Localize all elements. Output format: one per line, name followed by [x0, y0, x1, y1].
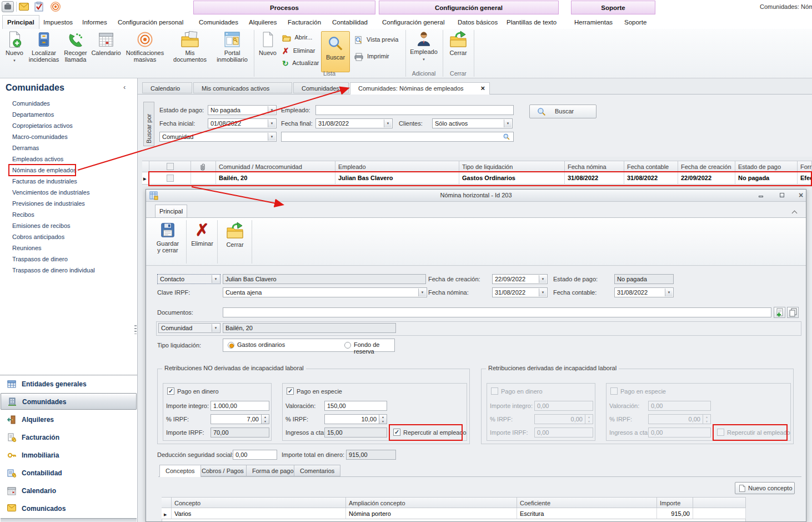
grid-header-fecha-nomina[interactable]: Fecha nómina — [565, 161, 624, 172]
clave-irpf-select[interactable]: Cuenta ajena ▼ — [223, 287, 427, 297]
chevron-down-icon[interactable]: ▼ — [539, 289, 547, 296]
close-tab-icon[interactable]: × — [480, 83, 485, 94]
tab-contabilidad[interactable]: Contabilidad — [328, 16, 372, 29]
tab-comentarios[interactable]: Comentarios — [294, 465, 340, 476]
sidebar-item-derramas[interactable]: Derramas — [0, 142, 137, 153]
chevron-down-icon[interactable]: ▼ — [418, 289, 426, 296]
tab-cobros-pagos[interactable]: Cobros / Pagos — [196, 465, 250, 476]
conceptos-row-coeficiente[interactable]: Escritura — [517, 508, 657, 519]
repercutir-label-2[interactable]: Repercutir al empleado — [727, 427, 790, 438]
sidebar-item-comunidades[interactable]: Comunidades — [0, 98, 137, 109]
comunidad-value-field[interactable]: Bailén, 20 — [223, 323, 396, 333]
search-icon[interactable] — [503, 133, 510, 141]
pago-especie-label-2[interactable]: Pago en especie — [620, 386, 666, 396]
row-comunidad-cell[interactable]: Bailén, 20 — [216, 172, 335, 185]
chevron-down-icon[interactable]: ▼ — [268, 120, 275, 127]
tab-configuracion-personal[interactable]: Configuración personal — [113, 16, 188, 29]
row-fecha-nomina-cell[interactable]: 31/08/2022 — [565, 172, 624, 185]
conceptos-row-importe[interactable]: 915,00 — [657, 508, 693, 519]
tab-datos-basicos[interactable]: Datos básicos — [453, 16, 502, 29]
repercutir-label[interactable]: Repercutir al empleado — [403, 427, 467, 438]
sidebar-item-facturas-de-industriales[interactable]: Facturas de industriales — [0, 176, 137, 187]
tab-impuestos[interactable]: Impuestos — [39, 16, 77, 29]
nav-inmobiliaria[interactable]: Inmobiliaria — [1, 447, 137, 464]
sidebar-item-traspasos-de-dinero-individual[interactable]: Traspasos de dinero individual — [0, 265, 137, 276]
tab-forma-de-pago[interactable]: Forma de pago — [246, 465, 300, 476]
fecha-contable-select[interactable]: 31/08/2022 ▼ — [614, 287, 674, 297]
tab-facturacion[interactable]: Facturación — [283, 16, 325, 29]
pct-irpf2-spinner[interactable]: ▲▼ — [379, 414, 387, 424]
ribbon-imprimir-button[interactable]: Imprimir — [354, 51, 389, 61]
radio-gastos-ordinarios-label[interactable]: Gastos ordinarios — [237, 341, 285, 348]
broadcast-icon[interactable] — [50, 1, 61, 12]
app-icon[interactable] — [2, 1, 14, 12]
pago-dinero-label[interactable]: Pago en dinero — [177, 386, 219, 396]
fecha-inicial-select[interactable]: 01/08/2022 ▼ — [208, 118, 277, 128]
header-checkbox[interactable] — [167, 163, 174, 170]
valoracion-input[interactable]: 150,00 — [324, 401, 387, 411]
pct-irpf2-input[interactable]: 10,00 — [324, 414, 379, 424]
clientes-select[interactable]: Sólo activos ▼ — [432, 118, 513, 128]
sidebar-item-traspasos-de-dinero[interactable]: Traspasos de dinero — [0, 253, 137, 265]
fecha-nomina-select[interactable]: 31/08/2022 ▼ — [492, 287, 548, 297]
grid-header-comunidad[interactable]: Comunidad / Macrocomunidad — [216, 161, 335, 172]
sidebar-item-empleados-activos[interactable]: Empleados activos — [0, 153, 137, 165]
row-forma-cell[interactable]: Efect — [798, 172, 812, 185]
sidebar-collapse-button[interactable]: ‹ — [123, 83, 126, 91]
ribbon-portal-inmobiliario-button[interactable]: Portal inmobiliario — [214, 31, 250, 63]
ribbon-notificaciones-masivas-button[interactable]: Notificaciones masivas — [123, 31, 167, 63]
pago-especie-checkbox[interactable]: ✓ — [287, 387, 294, 395]
sidebar-item-reuniones[interactable]: Reuniones — [0, 242, 137, 253]
conceptos-header-ampliacion[interactable]: Ampliación concepto — [346, 497, 517, 508]
row-estado-cell[interactable]: No pagada — [735, 172, 798, 185]
nav-facturacion[interactable]: Facturación — [1, 429, 137, 446]
nav-alquileres[interactable]: Alquileres — [1, 411, 137, 428]
sidebar-item-emisiones-de-recibos[interactable]: Emisiones de recibos — [0, 220, 137, 231]
pago-especie-label[interactable]: Pago en especie — [297, 386, 342, 396]
row-fecha-creacion-cell[interactable]: 22/09/2022 — [678, 172, 735, 185]
sidebar-item-nominas-de-empleados[interactable]: Nóminas de empleados — [0, 165, 137, 176]
tab-soporte[interactable]: Soporte — [620, 16, 651, 29]
nuevo-concepto-button[interactable]: Nuevo concepto — [735, 482, 795, 494]
doc-tab-comunidades[interactable]: Comunidades — [293, 82, 349, 93]
grid-header-fecha-creacion[interactable]: Fecha de creación — [678, 161, 735, 172]
contacto-value-field[interactable]: Julian Bas Clavero — [223, 274, 426, 284]
contacto-combo[interactable]: Contacto ▼ — [157, 274, 220, 284]
dialog-tab-principal[interactable]: Principal — [155, 205, 187, 217]
dialog-eliminar-button[interactable]: ✗ Eliminar — [189, 220, 215, 264]
grid-header-tipo[interactable]: Tipo de liquidación — [459, 161, 565, 172]
buscar-button[interactable]: Buscar — [529, 105, 597, 118]
tab-configuracion-general[interactable]: Configuración general — [378, 16, 449, 29]
doc-tab-calendario[interactable]: Calendario — [142, 82, 192, 93]
doc-tab-nominas-empleados[interactable]: Comunidades: Nóminas de empleados × — [350, 82, 490, 95]
pct-irpf-spinner[interactable]: ▲▼ — [262, 414, 269, 424]
tab-alquileres[interactable]: Alquileres — [244, 16, 282, 29]
pago-dinero-label-2[interactable]: Pago en dinero — [501, 386, 543, 396]
ribbon-empleado-button[interactable]: Empleado ▼ — [409, 31, 439, 62]
row-empleado-cell[interactable]: Julian Bas Clavero — [335, 172, 459, 185]
minimize-icon[interactable] — [756, 192, 766, 200]
ribbon-recoger-llamada-button[interactable]: Recoger llamada — [61, 31, 90, 63]
ribbon-calendario-button[interactable]: Calendario — [91, 31, 122, 56]
guardar-y-cerrar-button[interactable]: Guardary cerrar — [152, 220, 184, 264]
chevron-down-icon[interactable]: ▼ — [384, 120, 392, 127]
tab-herramientas[interactable]: Herramientas — [570, 16, 617, 29]
ribbon-localizar-incidencias-button[interactable]: Localizar incidencias — [28, 31, 60, 63]
chevron-down-icon[interactable]: ▼ — [539, 275, 547, 283]
radio-fondo-reserva-label[interactable]: Fondo de reserva — [354, 341, 394, 355]
repercutir-checkbox-2[interactable] — [717, 429, 724, 436]
grid-header-forma[interactable]: Forma — [798, 161, 812, 172]
pct-irpf-input[interactable]: 7,00 — [210, 414, 262, 424]
dialog-titlebar[interactable]: Nómina horizontal - Id 203 × — [146, 190, 806, 202]
chevron-down-icon[interactable]: ▼ — [268, 106, 275, 114]
conceptos-header-concepto[interactable]: Concepto — [172, 497, 346, 508]
collapse-ribbon-icon[interactable] — [793, 210, 796, 216]
ribbon-nuevo-button[interactable]: Nuevo ▼ — [2, 31, 27, 63]
sidebar-item-copropietarios-activos[interactable]: Copropietarios activos — [0, 120, 137, 131]
pago-especie-checkbox-2[interactable] — [610, 387, 618, 395]
ribbon-mis-documentos-button[interactable]: Mis documentos — [168, 31, 212, 63]
estado-pago-select[interactable]: No pagada ▼ — [208, 105, 277, 115]
doc-tab-mis-comunicados[interactable]: Mis comunicados activos — [193, 82, 292, 93]
row-fecha-contable-cell[interactable]: 31/08/2022 — [624, 172, 678, 185]
sidebar-item-cobros-anticipados[interactable]: Cobros anticipados — [0, 231, 137, 242]
